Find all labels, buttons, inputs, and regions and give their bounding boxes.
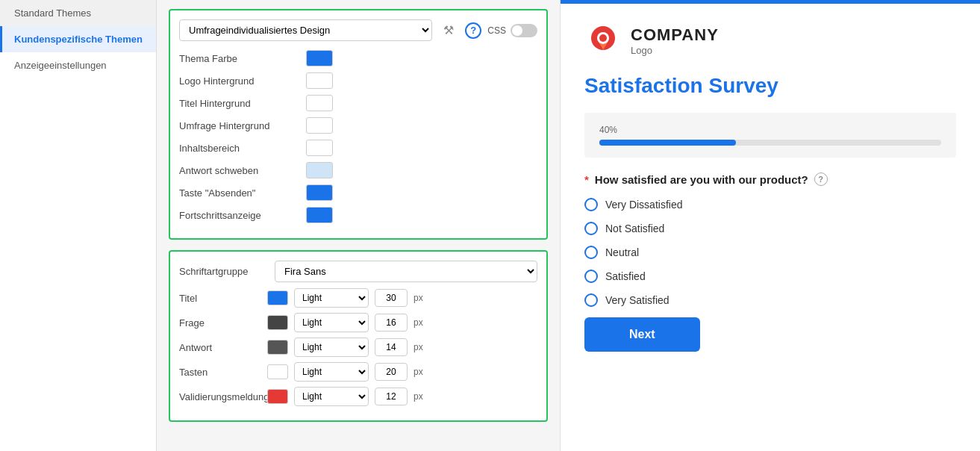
font-detail-row-3: Tasten LightRegularBold px (179, 362, 537, 382)
main-content: Umfrageindividualisiertes Design ⚒ ? CSS… (157, 0, 980, 451)
color-row-3: Umfrage Hintergrund (179, 117, 537, 134)
font-detail-rows: Titel LightRegularBold px Frage LightReg… (179, 288, 537, 406)
font-size-input-0[interactable] (375, 289, 408, 307)
color-row-2: Titel Hintergrund (179, 95, 537, 111)
survey-title: Satisfaction Survey (584, 74, 956, 98)
font-weight-select-1[interactable]: LightRegularBold (294, 313, 369, 332)
font-row-label-1: Frage (179, 317, 261, 329)
color-row-label-1: Logo Hintergrund (179, 75, 299, 87)
font-weight-select-3[interactable]: LightRegularBold (294, 362, 369, 382)
font-weight-select-4[interactable]: LightRegularBold (294, 387, 369, 406)
color-swatch-1[interactable] (306, 72, 333, 89)
radio-label-2: Neutral (605, 246, 639, 258)
color-swatch-6[interactable] (306, 184, 333, 201)
color-row-label-4: Inhaltsbereich (179, 143, 299, 154)
font-unit-2: px (413, 342, 423, 352)
help-icon[interactable]: ? (465, 22, 481, 39)
theme-select[interactable]: Umfrageindividualisiertes Design (179, 19, 432, 41)
radio-options: Very Dissatisfied Not Satisfied Neutral … (584, 198, 956, 307)
font-color-swatch-0[interactable] (267, 290, 288, 305)
color-row-1: Logo Hintergrund (179, 72, 537, 89)
css-label: CSS (487, 25, 506, 36)
sidebar-item-label: Kundenspezifische Themen (14, 34, 143, 45)
font-color-swatch-3[interactable] (267, 364, 288, 379)
font-color-swatch-1[interactable] (267, 315, 288, 330)
css-toggle-switch[interactable] (511, 24, 537, 37)
radio-circle-1 (584, 222, 598, 235)
color-row-0: Thema Farbe (179, 50, 537, 66)
radio-option-4[interactable]: Very Satisfied (584, 293, 956, 307)
question-label: How satisfied are you with our product? (595, 173, 808, 186)
radio-circle-2 (584, 246, 598, 259)
font-size-input-3[interactable] (375, 363, 408, 381)
radio-option-0[interactable]: Very Dissatisfied (584, 198, 956, 211)
font-row-label-0: Titel (179, 293, 261, 304)
company-logo-area: COMPANY Logo (584, 22, 956, 59)
font-color-swatch-4[interactable] (267, 389, 288, 404)
font-detail-row-2: Antwort LightRegularBold px (179, 338, 537, 357)
svg-point-2 (599, 34, 607, 42)
color-row-4: Inhaltsbereich (179, 140, 537, 156)
company-name: COMPANY (631, 25, 719, 45)
radio-label-3: Satisfied (605, 270, 646, 282)
color-swatch-0[interactable] (306, 50, 333, 66)
color-swatch-7[interactable] (306, 207, 333, 223)
sidebar-item-display-settings[interactable]: Anzeigeeinstellungen (0, 52, 156, 78)
font-size-input-4[interactable] (375, 388, 408, 405)
font-weight-select-0[interactable]: LightRegularBold (294, 288, 369, 308)
font-size-input-2[interactable] (375, 338, 408, 356)
color-row-label-2: Titel Hintergrund (179, 98, 299, 109)
radio-circle-3 (584, 270, 598, 283)
font-row-label-3: Tasten (179, 367, 261, 378)
font-detail-row-4: Validierungsmeldung LightRegularBold px (179, 387, 537, 406)
color-row-label-7: Fortschrittsanzeige (179, 210, 299, 221)
progress-section: 40% (584, 113, 956, 158)
wrench-icon[interactable]: ⚒ (438, 20, 459, 41)
font-size-input-1[interactable] (375, 314, 408, 332)
color-row-7: Fortschrittsanzeige (179, 207, 537, 223)
question-section: * How satisfied are you with our product… (584, 172, 956, 364)
radio-option-1[interactable]: Not Satisfied (584, 222, 956, 235)
font-weight-select-2[interactable]: LightRegularBold (294, 338, 369, 357)
font-group-row: Schriftartgruppe Fira Sans (179, 261, 537, 282)
color-swatch-2[interactable] (306, 95, 333, 111)
sidebar-item-custom-themes[interactable]: Kundenspezifische Themen (0, 26, 156, 52)
sidebar-item-standard-themes[interactable]: Standard Themes (0, 0, 156, 26)
color-row-label-6: Taste "Absenden" (179, 187, 299, 199)
survey-content: COMPANY Logo Satisfaction Survey 40% * H… (561, 4, 980, 382)
radio-label-4: Very Satisfied (605, 294, 670, 306)
color-rows: Thema Farbe Logo Hintergrund Titel Hinte… (179, 50, 537, 223)
radio-option-3[interactable]: Satisfied (584, 270, 956, 283)
color-row-label-3: Umfrage Hintergrund (179, 120, 299, 131)
font-unit-0: px (413, 293, 423, 303)
color-theme-box: Umfrageindividualisiertes Design ⚒ ? CSS… (169, 9, 548, 240)
question-text: * How satisfied are you with our product… (584, 172, 956, 186)
font-group-label: Schriftartgruppe (179, 266, 269, 277)
color-swatch-3[interactable] (306, 117, 333, 134)
progress-label: 40% (599, 125, 941, 135)
color-row-5: Antwort schweben (179, 162, 537, 178)
font-color-swatch-2[interactable] (267, 340, 288, 355)
font-detail-row-0: Titel LightRegularBold px (179, 288, 537, 308)
color-swatch-4[interactable] (306, 140, 333, 156)
left-panel: Umfrageindividualisiertes Design ⚒ ? CSS… (157, 0, 560, 451)
radio-label-1: Not Satisfied (605, 223, 664, 234)
color-row-label-5: Antwort schweben (179, 165, 299, 176)
radio-label-0: Very Dissatisfied (605, 199, 682, 211)
company-text-area: COMPANY Logo (631, 25, 719, 56)
sidebar-item-label: Standard Themes (14, 7, 91, 19)
font-group-select[interactable]: Fira Sans (275, 261, 537, 282)
font-unit-1: px (413, 317, 423, 328)
company-sub: Logo (631, 45, 719, 56)
font-unit-4: px (413, 391, 423, 402)
next-button[interactable]: Next (584, 317, 700, 352)
sidebar-item-label: Anzeigeeinstellungen (14, 60, 107, 71)
radio-option-2[interactable]: Neutral (584, 246, 956, 259)
color-swatch-5[interactable] (306, 162, 333, 178)
radio-circle-0 (584, 198, 598, 211)
theme-header: Umfrageindividualisiertes Design ⚒ ? CSS (179, 19, 537, 41)
question-help-icon[interactable]: ? (814, 172, 828, 186)
survey-preview: COMPANY Logo Satisfaction Survey 40% * H… (560, 0, 980, 451)
font-detail-row-1: Frage LightRegularBold px (179, 313, 537, 332)
company-logo-icon (584, 22, 622, 59)
